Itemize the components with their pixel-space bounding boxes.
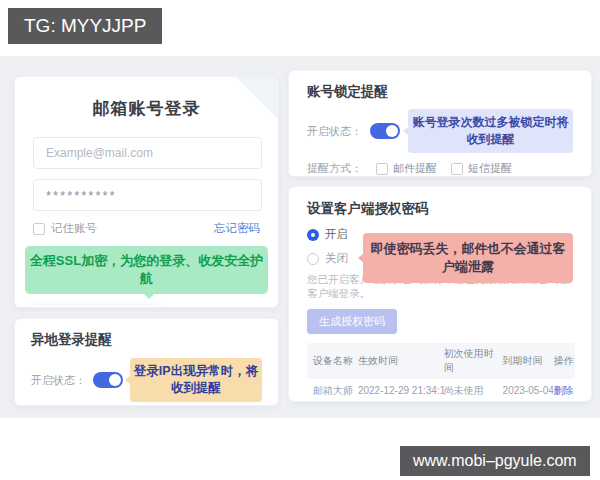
checkbox-icon[interactable] (451, 163, 463, 175)
lock-status-toggle[interactable] (370, 123, 400, 139)
column-header: 生效时间 (358, 350, 444, 372)
email-remind-label: 邮件提醒 (393, 161, 437, 176)
auth-on-label: 开启 (325, 227, 348, 242)
table-cell: 2023-05-04 (503, 381, 554, 401)
card-corner-fold-decoration (236, 77, 278, 119)
lock-tooltip: 账号登录次数过多被锁定时将收到提醒 (408, 109, 573, 153)
table-header-row: 设备名称 生效时间 初次使用时间 到期时间 操作 (307, 343, 575, 379)
tg-watermark: TG: MYYJJPP (8, 8, 162, 44)
auth-password-title: 设置客户端授权密码 (307, 200, 573, 218)
login-card: 邮箱账号登录 记住账号 忘记密码 全程SSL加密，为您的登录、收发安全护航 正使… (14, 76, 279, 308)
forgot-password-link[interactable]: 忘记密码 (214, 221, 260, 236)
connection-options-row: 正使用全程SSL 正使用默认线路 (31, 306, 262, 308)
auth-table-body: 邮箱大师2022-12-29 21:34:12尚未使用2023-05-04删除灵… (307, 379, 575, 402)
page: TG: MYYJJPP www.mobi–pgyule.com 邮箱账号登录 记… (0, 0, 600, 480)
table-cell: 邮箱大师 (307, 379, 358, 402)
ssl-tooltip: 全程SSL加密，为您的登录、收发安全护航 (25, 246, 268, 294)
checkbox-icon[interactable] (33, 223, 45, 235)
column-header: 设备名称 (307, 350, 358, 372)
password-input[interactable] (33, 179, 262, 211)
auth-radio-zone: 开启 关闭 即使密码丢失，邮件也不会通过客户端泄露 (307, 226, 573, 268)
account-lock-card: 账号锁定提醒 开启状态： 账号登录次数过多被锁定时将收到提醒 提醒方式： 邮件提… (288, 70, 592, 177)
email-input[interactable] (33, 137, 262, 169)
remote-tooltip: 登录IP出现异常时，将收到提醒 (130, 358, 262, 402)
account-lock-title: 账号锁定提醒 (307, 83, 573, 101)
auth-devices-table: 设备名称 生效时间 初次使用时间 到期时间 操作 邮箱大师2022-12-29 … (307, 343, 575, 402)
lock-status-row: 开启状态： 账号登录次数过多被锁定时将收到提醒 (307, 109, 573, 153)
column-header: 初次使用时间 (444, 343, 503, 379)
table-cell: 2022-12-29 21:34:12 (358, 381, 444, 401)
radio-unselected-icon[interactable] (307, 253, 319, 265)
auth-off-label: 关闭 (325, 251, 348, 266)
lock-method-row: 提醒方式： 邮件提醒 短信提醒 (307, 161, 573, 176)
remote-login-title: 异地登录提醒 (31, 331, 262, 349)
status-label: 开启状态： (31, 373, 86, 388)
table-row: 邮箱大师2022-12-29 21:34:12尚未使用2023-05-04删除 (307, 379, 575, 402)
email-remind-option[interactable]: 邮件提醒 (376, 161, 437, 176)
auth-tooltip: 即使密码丢失，邮件也不会通过客户端泄露 (363, 233, 573, 283)
column-header: 操作 (554, 350, 575, 372)
remote-status-row: 开启状态： 登录IP出现异常时，将收到提醒 (31, 358, 262, 402)
status-label: 开启状态： (307, 124, 362, 139)
table-cell: 尚未使用 (444, 379, 503, 402)
generate-password-button[interactable]: 生成授权密码 (307, 309, 397, 334)
remember-row: 记住账号 忘记密码 (33, 221, 260, 236)
auth-password-card: 设置客户端授权密码 开启 关闭 即使密码丢失，邮件也不会通过客户端泄露 您已开启… (288, 186, 592, 402)
remote-status-toggle[interactable] (93, 372, 123, 388)
radio-selected-icon[interactable] (307, 229, 319, 241)
remember-account-option[interactable]: 记住账号 (33, 221, 97, 236)
column-header: 到期时间 (503, 350, 554, 372)
sms-remind-label: 短信提醒 (468, 161, 512, 176)
remember-label: 记住账号 (51, 221, 97, 236)
remote-login-card: 异地登录提醒 开启状态： 登录IP出现异常时，将收到提醒 提醒方式： 邮件提醒 … (14, 318, 279, 406)
method-label: 提醒方式： (307, 161, 362, 176)
sms-remind-option[interactable]: 短信提醒 (451, 161, 512, 176)
ssl-mode-dropdown[interactable]: 正使用全程SSL (31, 306, 160, 308)
checkbox-icon[interactable] (376, 163, 388, 175)
site-watermark: www.mobi–pgyule.com (400, 446, 590, 476)
delete-link[interactable]: 删除 (554, 379, 575, 402)
